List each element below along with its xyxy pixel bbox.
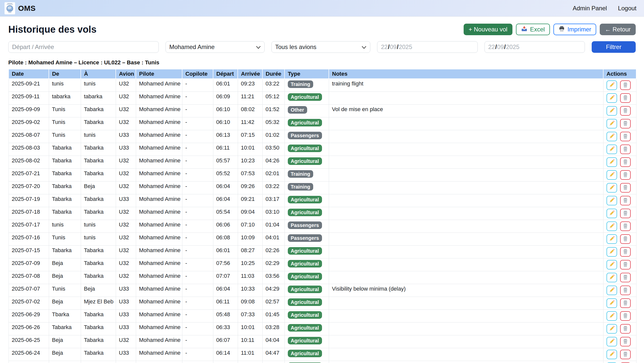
delete-button[interactable]	[620, 93, 631, 103]
edit-button[interactable]	[607, 221, 617, 231]
delete-button[interactable]	[620, 119, 631, 128]
delete-button[interactable]	[620, 145, 631, 154]
cell-pilot: Mohamed Amine	[136, 194, 182, 207]
table-row: 2025-07-21 Tabarka Tabarka U32 Mohamed A…	[9, 169, 636, 182]
table-row: 2025-07-08 Beja Tabarka U32 Mohamed Amin…	[9, 271, 636, 284]
excel-export-button[interactable]: Excel	[516, 24, 550, 35]
delete-button[interactable]	[620, 80, 631, 90]
date-to-input[interactable]: 22/09/2025	[485, 41, 585, 53]
wastebasket-icon	[622, 261, 628, 268]
cell-plane: U32	[116, 361, 136, 363]
edit-button[interactable]	[607, 324, 617, 334]
delete-button[interactable]	[620, 221, 631, 231]
edit-button[interactable]	[607, 209, 617, 218]
nav-link-admin-panel[interactable]: Admin Panel	[573, 5, 607, 12]
cell-arrival: 08:02	[238, 105, 262, 117]
cell-actions	[603, 258, 636, 271]
edit-button[interactable]	[607, 183, 617, 193]
delete-button[interactable]	[620, 196, 631, 205]
edit-button[interactable]	[607, 286, 617, 295]
delete-button[interactable]	[620, 311, 631, 321]
edit-button[interactable]	[607, 119, 617, 128]
cell-departure: 05:54	[213, 207, 238, 220]
delete-button[interactable]	[620, 106, 631, 116]
new-flight-label: + Nouveau vol	[469, 26, 507, 33]
new-flight-button[interactable]: + Nouveau vol	[464, 24, 512, 35]
cell-actions	[603, 105, 636, 117]
edit-button[interactable]	[607, 132, 617, 141]
delete-button[interactable]	[620, 157, 631, 167]
cell-actions	[603, 284, 636, 297]
column-header: Avion	[116, 69, 136, 79]
edit-button[interactable]	[607, 234, 617, 244]
cell-duration: 04:24	[262, 361, 285, 363]
edit-button[interactable]	[607, 196, 617, 205]
cell-copilot: -	[182, 258, 213, 271]
edit-button[interactable]	[607, 298, 617, 308]
delete-button[interactable]	[620, 273, 631, 282]
delete-button[interactable]	[620, 247, 631, 257]
delete-button[interactable]	[620, 286, 631, 295]
edit-button[interactable]	[607, 106, 617, 116]
cell-to: tabarka	[81, 92, 116, 105]
cell-arrival: 07:53	[238, 169, 262, 182]
cell-notes: Visibility below minima (delay)	[329, 284, 603, 297]
cell-actions	[603, 310, 636, 323]
pencil-icon	[609, 120, 615, 127]
wastebasket-icon	[622, 300, 628, 307]
cell-duration: 02:26	[262, 246, 285, 258]
cell-pilot: Mohamed Amine	[136, 207, 182, 220]
cell-plane: U33	[116, 130, 136, 143]
toolbar: + Nouveau vol Excel	[464, 24, 636, 35]
cell-from: tunis	[49, 220, 81, 233]
print-button[interactable]: Imprimer	[553, 24, 596, 35]
cell-from: Tabarka	[49, 194, 81, 207]
pencil-icon	[609, 95, 615, 102]
delete-button[interactable]	[620, 234, 631, 244]
delete-button[interactable]	[620, 170, 631, 180]
cell-duration: 03:50	[262, 143, 285, 156]
plane-select[interactable]: Tous les avions	[271, 41, 371, 53]
edit-button[interactable]	[607, 170, 617, 180]
cell-departure: 06:01	[213, 246, 238, 258]
cell-to: Tabarka	[81, 117, 116, 130]
delete-button[interactable]	[620, 209, 631, 218]
cell-duration: 01:04	[262, 220, 285, 233]
delete-button[interactable]	[620, 337, 631, 346]
edit-button[interactable]	[607, 93, 617, 103]
cell-copilot: -	[182, 130, 213, 143]
edit-button[interactable]	[607, 350, 617, 359]
table-row: 2025-09-11 tabarka tabarka U32 Mohamed A…	[9, 92, 636, 105]
cell-type: Training	[285, 182, 329, 194]
back-button[interactable]: ← Retour	[600, 24, 636, 35]
filter-button[interactable]: Filtrer	[592, 41, 636, 53]
cell-plane: U33	[116, 143, 136, 156]
edit-button[interactable]	[607, 80, 617, 90]
delete-button[interactable]	[620, 298, 631, 308]
delete-button[interactable]	[620, 183, 631, 193]
edit-button[interactable]	[607, 260, 617, 269]
edit-button[interactable]	[607, 157, 617, 167]
pencil-icon	[609, 197, 615, 204]
delete-button[interactable]	[620, 132, 631, 141]
edit-button[interactable]	[607, 145, 617, 154]
pilot-select[interactable]: Mohamed Amine	[166, 41, 265, 53]
cell-copilot: -	[182, 194, 213, 207]
delete-button[interactable]	[620, 324, 631, 334]
delete-button[interactable]	[620, 350, 631, 359]
edit-button[interactable]	[607, 337, 617, 346]
table-row: 2025-07-15 Tabarka Tabarka U32 Mohamed A…	[9, 246, 636, 258]
route-search-input[interactable]	[8, 41, 159, 53]
delete-button[interactable]	[620, 260, 631, 269]
date-from-input[interactable]: 22/09/2025	[377, 41, 477, 53]
edit-button[interactable]	[607, 273, 617, 282]
cell-pilot: Mohamed Amine	[136, 79, 182, 92]
cell-duration: 03:28	[262, 323, 285, 335]
edit-button[interactable]	[607, 311, 617, 321]
nav-link-logout[interactable]: Logout	[618, 5, 636, 12]
edit-button[interactable]	[607, 247, 617, 257]
cell-arrival: 09:21	[238, 194, 262, 207]
type-badge: Agricultural	[288, 145, 322, 152]
cell-arrival: 09:23	[238, 79, 262, 92]
column-header: Arrivée	[238, 69, 262, 79]
